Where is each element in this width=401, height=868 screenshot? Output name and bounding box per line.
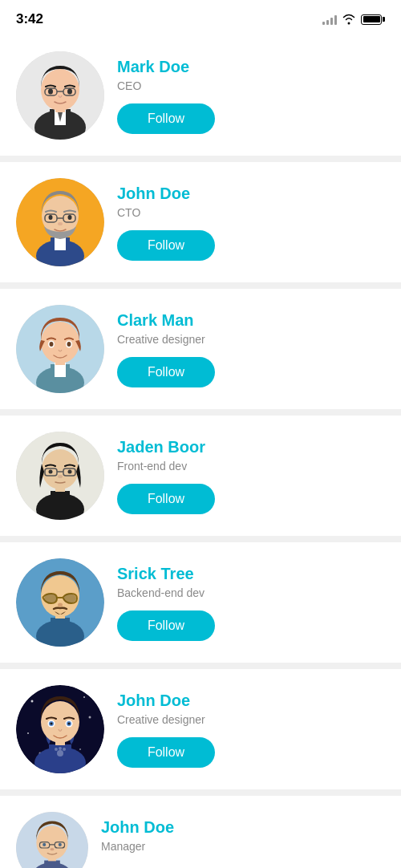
svg-point-43 — [68, 470, 72, 474]
follow-button[interactable]: Follow — [117, 230, 215, 261]
svg-point-72 — [55, 748, 58, 751]
user-card: Jaden Boor Front-end dev Follow — [0, 416, 401, 536]
user-name: Clark Man — [117, 311, 385, 330]
status-icons — [322, 14, 385, 25]
svg-point-71 — [57, 750, 63, 756]
svg-rect-36 — [51, 491, 70, 512]
user-role: Creative designer — [117, 333, 385, 346]
svg-point-11 — [67, 89, 72, 95]
svg-point-84 — [59, 843, 62, 846]
user-info: Clark Man Creative designer Follow — [117, 305, 385, 387]
svg-point-85 — [51, 848, 55, 850]
user-card: John Doe CTO Follow — [0, 162, 401, 282]
svg-point-51 — [44, 594, 57, 603]
svg-point-58 — [27, 732, 29, 734]
svg-point-57 — [89, 716, 91, 719]
user-card: Mark Doe CEO Follow — [0, 35, 401, 156]
svg-point-59 — [79, 748, 81, 750]
battery-icon — [361, 14, 385, 25]
svg-rect-77 — [44, 861, 60, 868]
user-name: John Doe — [117, 692, 385, 710]
user-role: Backend-end dev — [117, 586, 385, 599]
svg-point-44 — [58, 475, 63, 478]
avatar — [16, 51, 104, 140]
follow-button[interactable]: Follow — [117, 737, 215, 768]
avatar — [16, 558, 104, 647]
signal-icon — [322, 14, 337, 25]
user-list: Mark Doe CEO Follow — [0, 35, 401, 868]
svg-point-33 — [67, 342, 71, 347]
svg-point-70 — [68, 723, 71, 725]
svg-point-56 — [83, 696, 85, 698]
svg-point-10 — [48, 89, 53, 95]
user-role: CEO — [117, 79, 385, 92]
user-name: John Doe — [101, 818, 385, 837]
user-name: Mark Doe — [117, 58, 385, 76]
avatar — [16, 812, 88, 868]
user-info: Jaden Boor Front-end dev Follow — [117, 432, 385, 514]
avatar — [16, 305, 104, 393]
user-role: Creative designer — [117, 713, 385, 726]
user-info: John Doe Creative designer Follow — [117, 685, 385, 768]
user-role: Front-end dev — [117, 460, 385, 473]
svg-point-29 — [41, 322, 79, 363]
svg-point-73 — [59, 747, 62, 750]
user-card: Srick Tree Backend-end dev Follow — [0, 542, 401, 663]
user-name: Jaden Boor — [117, 438, 385, 456]
user-info: John Doe Manager — [101, 812, 385, 864]
svg-point-21 — [49, 215, 53, 220]
status-bar: 3:42 — [0, 0, 401, 35]
svg-point-23 — [58, 222, 63, 225]
user-name: John Doe — [117, 185, 385, 203]
wifi-icon — [342, 14, 356, 25]
avatar — [16, 685, 104, 773]
svg-point-52 — [63, 594, 76, 603]
svg-point-69 — [51, 723, 53, 725]
avatar — [16, 432, 104, 520]
follow-button[interactable]: Follow — [117, 103, 215, 134]
user-name: Srick Tree — [117, 565, 385, 583]
svg-point-74 — [63, 748, 66, 751]
follow-button[interactable]: Follow — [117, 610, 215, 641]
status-time: 3:42 — [16, 11, 43, 27]
svg-point-64 — [41, 701, 79, 743]
svg-rect-47 — [51, 618, 70, 639]
follow-button[interactable]: Follow — [117, 357, 215, 387]
svg-point-32 — [50, 342, 54, 347]
user-role: Manager — [101, 840, 385, 853]
svg-point-83 — [43, 843, 46, 846]
svg-point-53 — [58, 603, 63, 607]
svg-point-55 — [31, 700, 34, 703]
svg-point-6 — [41, 69, 79, 111]
user-info: John Doe CTO Follow — [117, 178, 385, 261]
user-card: John Doe Creative designer Follow — [0, 669, 401, 789]
user-card: John Doe Manager — [0, 796, 401, 868]
user-info: Srick Tree Backend-end dev Follow — [117, 558, 385, 641]
user-card: Clark Man Creative designer Follow — [0, 289, 401, 409]
avatar — [16, 178, 104, 266]
svg-point-22 — [68, 215, 72, 220]
svg-point-42 — [49, 470, 53, 474]
user-role: CTO — [117, 206, 385, 219]
user-info: Mark Doe CEO Follow — [117, 51, 385, 134]
follow-button[interactable]: Follow — [117, 484, 215, 514]
